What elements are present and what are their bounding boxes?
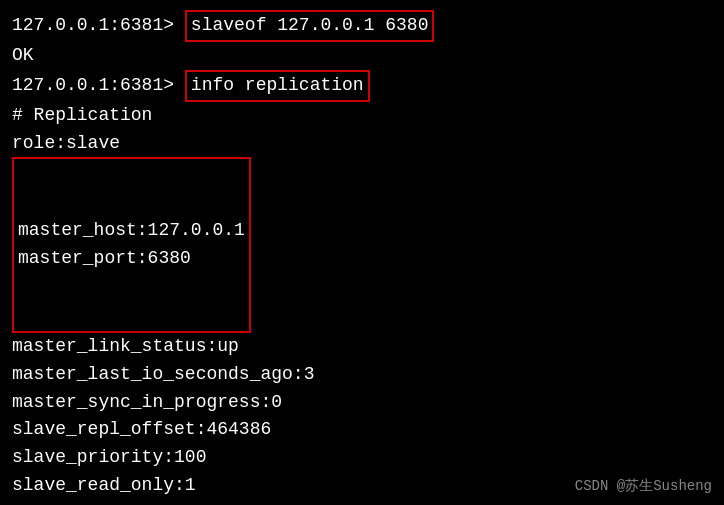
master-sync-text: master_sync_in_progress:0: [12, 389, 282, 417]
slave-repl-offset-text: slave_repl_offset:464386: [12, 416, 271, 444]
role-text: role:slave: [12, 130, 120, 158]
master-link-status-text: master_link_status:up: [12, 333, 239, 361]
section-header-text: # Replication: [12, 102, 152, 130]
line-master-sync: master_sync_in_progress:0: [12, 389, 712, 417]
line-slaveof: 127.0.0.1:6381> slaveof 127.0.0.1 6380: [12, 10, 712, 42]
info-replication-command: info replication: [185, 70, 370, 102]
prompt-2: 127.0.0.1:6381>: [12, 72, 185, 100]
line-role: role:slave: [12, 130, 712, 158]
line-master-info: master_host:127.0.0.1master_port:6380: [12, 157, 712, 332]
master-port-text: master_port:6380: [18, 245, 245, 273]
prompt-1: 127.0.0.1:6381>: [12, 12, 185, 40]
line-section-header: # Replication: [12, 102, 712, 130]
line-master-last-io: master_last_io_seconds_ago:3: [12, 361, 712, 389]
line-slave-priority: slave_priority:100: [12, 444, 712, 472]
master-last-io-text: master_last_io_seconds_ago:3: [12, 361, 314, 389]
line-ok: OK: [12, 42, 712, 70]
master-info-box: master_host:127.0.0.1master_port:6380: [12, 157, 251, 332]
line-info-replication: 127.0.0.1:6381> info replication: [12, 70, 712, 102]
line-master-link-status: master_link_status:up: [12, 333, 712, 361]
watermark: CSDN @苏生Susheng: [575, 477, 712, 495]
slave-read-only-text: slave_read_only:1: [12, 472, 196, 500]
connected-slaves-text: connected_slaves:0: [12, 500, 206, 505]
slave-priority-text: slave_priority:100: [12, 444, 206, 472]
line-slave-repl-offset: slave_repl_offset:464386: [12, 416, 712, 444]
line-connected-slaves: connected_slaves:0: [12, 500, 712, 505]
terminal: 127.0.0.1:6381> slaveof 127.0.0.1 6380 O…: [0, 0, 724, 505]
slaveof-command: slaveof 127.0.0.1 6380: [185, 10, 435, 42]
master-host-text: master_host:127.0.0.1: [18, 217, 245, 245]
ok-text: OK: [12, 42, 34, 70]
